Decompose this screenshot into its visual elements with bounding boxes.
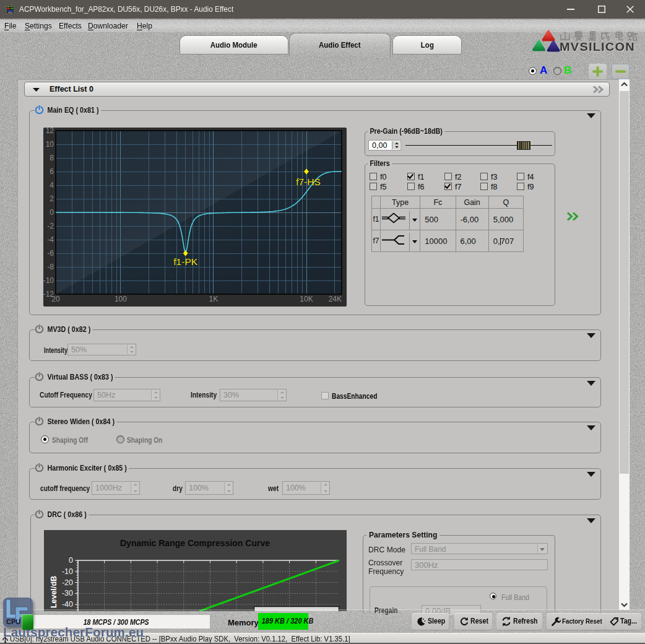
svg-text:-30: -30 (62, 589, 73, 598)
svg-text:1K: 1K (209, 295, 219, 303)
svg-text:6: 6 (50, 167, 54, 176)
svg-text:4: 4 (50, 181, 54, 189)
svg-text:10: 10 (46, 140, 54, 149)
svg-text:-8: -8 (47, 263, 54, 271)
svg-text:Dynamic Range Compression Curv: Dynamic Range Compression Curve (120, 537, 270, 548)
svg-text:Level/dB: Level/dB (50, 576, 58, 608)
svg-text:f1-PK: f1-PK (173, 256, 197, 267)
svg-text:10K: 10K (300, 295, 313, 303)
svg-text:-2: -2 (47, 222, 54, 230)
svg-text:-10: -10 (43, 276, 54, 285)
svg-text:-40: -40 (62, 600, 73, 609)
svg-text:8: 8 (50, 154, 54, 162)
svg-text:-4: -4 (47, 235, 54, 244)
svg-text:0: 0 (69, 556, 73, 565)
svg-text:-6: -6 (47, 249, 54, 258)
svg-text:100: 100 (115, 295, 127, 303)
svg-text:f7-HS: f7-HS (296, 176, 321, 187)
svg-text:-10: -10 (62, 567, 73, 576)
svg-text:0: 0 (50, 208, 54, 217)
svg-text:-20: -20 (62, 578, 73, 587)
svg-text:2: 2 (50, 194, 54, 203)
svg-text:12: 12 (46, 128, 54, 135)
svg-text:24K: 24K (329, 295, 342, 303)
svg-text:20: 20 (51, 295, 60, 303)
